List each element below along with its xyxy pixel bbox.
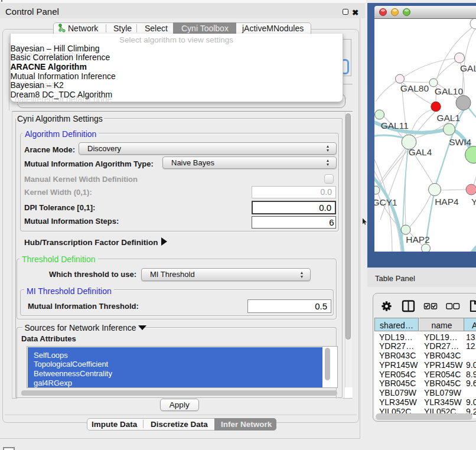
svg-text:GAL11: GAL11	[381, 120, 409, 131]
svg-text:GAL1: GAL1	[436, 113, 460, 123]
svg-text:HAP4: HAP4	[435, 197, 459, 207]
svg-text:GAL80: GAL80	[400, 83, 429, 93]
svg-text:HAP2: HAP2	[406, 234, 430, 244]
svg-text:GAL10: GAL10	[435, 86, 464, 96]
svg-text:GCY1: GCY1	[374, 197, 397, 207]
svg-text:Y: Y	[471, 197, 476, 207]
svg-text:SWI4: SWI4	[449, 137, 471, 147]
svg-text:GAL2: GAL2	[460, 63, 476, 73]
svg-text:GAL4: GAL4	[409, 147, 432, 157]
